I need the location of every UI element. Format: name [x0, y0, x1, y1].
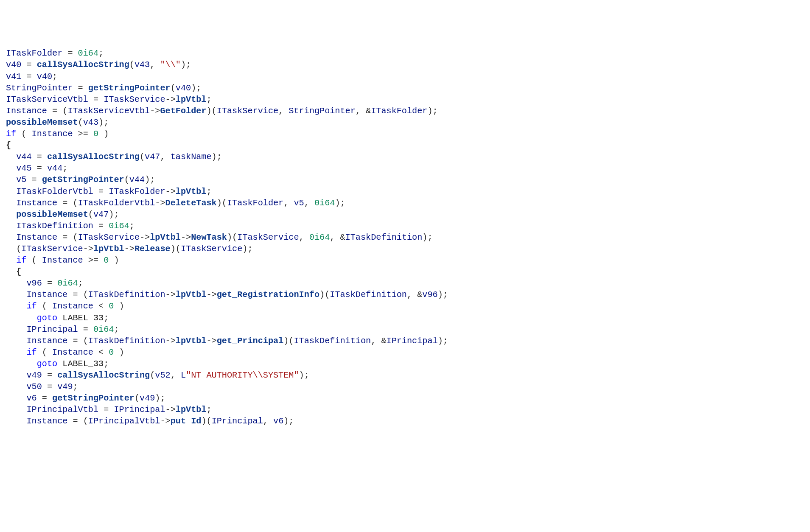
code-token: v40 — [6, 60, 21, 70]
code-token: -> — [150, 106, 160, 116]
code-token: , — [304, 198, 314, 208]
code-line: v5 = getStringPointer(v44); — [6, 174, 804, 185]
code-token: -> — [207, 290, 217, 300]
code-token: < — [93, 301, 109, 311]
code-token: lpVtbl — [93, 244, 124, 254]
code-token: ; — [98, 48, 104, 58]
code-token: ); — [427, 106, 437, 116]
code-line: Instance = (ITaskService->lpVtbl->NewTas… — [6, 232, 804, 243]
code-token: v49 — [140, 393, 155, 403]
code-token: lpVtbl — [176, 290, 207, 300]
code-line: v44 = callSysAllocString(v47, taskName); — [6, 151, 804, 162]
code-token — [6, 221, 16, 231]
code-token: 0 — [93, 129, 98, 139]
code-token: if — [6, 129, 16, 139]
code-token: v44 — [16, 152, 31, 162]
code-token: v43 — [135, 60, 150, 70]
code-token: ); — [299, 370, 309, 380]
code-token — [6, 187, 16, 196]
code-token: ITaskServiceVtbl — [6, 95, 88, 104]
code-token: Release — [135, 244, 171, 254]
code-token — [6, 416, 26, 426]
code-token: ITaskFolder — [371, 106, 427, 116]
code-token: getStringPointer — [42, 175, 124, 185]
code-token: -> — [207, 336, 217, 346]
code-token — [6, 382, 26, 392]
code-line: if ( Instance >= 0 ) — [6, 128, 804, 140]
code-token: ; — [206, 95, 211, 104]
code-token: -> — [165, 405, 176, 414]
code-token — [6, 325, 26, 334]
code-token: ITaskServiceVtbl — [67, 106, 150, 116]
code-token: ; — [129, 221, 135, 231]
code-token: taskName — [171, 152, 212, 162]
code-token: v44 — [129, 175, 145, 185]
code-token: -> — [165, 336, 176, 346]
code-token: IPrincipal — [387, 336, 438, 346]
code-token: ( — [37, 347, 52, 357]
code-token: ITaskDefinition — [88, 290, 165, 300]
code-token: L — [181, 370, 186, 380]
code-token: IPrincipal — [212, 416, 263, 426]
code-token: 0i64 — [314, 198, 335, 208]
code-token: -> — [140, 232, 150, 242]
code-token: ) — [109, 255, 119, 265]
code-token: = ( — [67, 336, 88, 346]
code-token: ); — [155, 393, 165, 403]
code-line: goto LABEL_33; — [6, 312, 804, 324]
code-token: , & — [371, 336, 386, 346]
code-token: ( — [88, 210, 93, 219]
code-token — [57, 359, 62, 369]
code-token: v41 — [6, 72, 21, 81]
code-line: v45 = v44; — [6, 162, 804, 174]
code-token — [6, 290, 26, 300]
code-line: StringPointer = getStringPointer(v40); — [6, 82, 804, 94]
code-token: = — [42, 382, 57, 392]
code-line: IPrincipalVtbl = IPrincipal->lpVtbl; — [6, 404, 804, 415]
code-token: lpVtbl — [150, 232, 181, 242]
code-token: get_RegistrationInfo — [217, 290, 320, 300]
code-token: = — [73, 83, 88, 93]
code-token: lpVtbl — [176, 95, 207, 104]
code-token: )( — [227, 232, 237, 242]
code-token — [6, 370, 26, 380]
code-token: ; — [78, 278, 83, 288]
code-token: IPrincipal — [26, 325, 78, 334]
code-token: ITaskFolder — [227, 198, 283, 208]
code-token: lpVtbl — [176, 405, 207, 414]
code-token: < — [93, 347, 109, 357]
code-token: v50 — [26, 382, 42, 392]
code-token: ITaskService — [21, 244, 83, 254]
code-token — [6, 255, 16, 265]
code-token: goto — [37, 359, 57, 369]
code-line: Instance = (ITaskFolderVtbl->DeleteTask)… — [6, 197, 804, 209]
code-token: ); — [191, 83, 201, 93]
code-token: GetFolder — [160, 106, 206, 116]
code-token: -> — [165, 187, 176, 196]
code-token: ; — [62, 163, 67, 173]
code-token: -> — [181, 232, 191, 242]
code-token: IPrincipal — [114, 405, 165, 414]
code-token: Instance — [26, 336, 67, 346]
code-token: ; — [52, 72, 57, 81]
code-token: ( — [124, 175, 129, 185]
code-token: , & — [330, 232, 345, 242]
code-token: v45 — [16, 163, 31, 173]
code-token: , — [160, 152, 170, 162]
code-token: -> — [165, 290, 176, 300]
code-line: goto LABEL_33; — [6, 358, 804, 370]
code-token: 0 — [109, 347, 114, 357]
code-token: ITaskDefinition — [330, 290, 407, 300]
code-line: possibleMemset(v43); — [6, 117, 804, 128]
code-token: ITaskService — [78, 232, 140, 242]
code-line: if ( Instance < 0 ) — [6, 300, 804, 312]
code-line: v96 = 0i64; — [6, 277, 804, 289]
code-token: callSysAllocString — [47, 152, 140, 162]
code-line: if ( Instance < 0 ) — [6, 347, 804, 358]
code-token — [6, 393, 26, 403]
code-token: Instance — [6, 106, 47, 116]
code-line: (ITaskService->lpVtbl->Release)(ITaskSer… — [6, 243, 804, 255]
code-token — [6, 152, 16, 162]
code-token: v43 — [83, 118, 98, 127]
code-token: ITaskFolder — [6, 48, 62, 58]
